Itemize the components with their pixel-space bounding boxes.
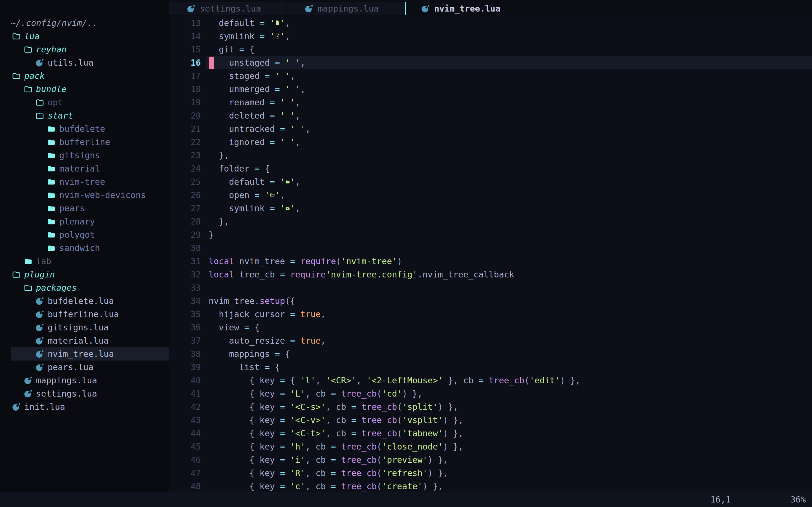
lua-icon [35,309,45,319]
tree-item-bufdelete.lua[interactable]: bufdelete.lua [0,294,169,307]
token: = [331,442,336,452]
tab-mappings.lua[interactable]: mappings.lua [287,2,404,15]
code-line-42[interactable]: 42 { key = '<C-s>', cb = tree_cb('split'… [169,400,812,413]
editor-pane[interactable]: settings.luamappings.luanvim_tree.lua 13… [169,0,812,492]
code-line-22[interactable]: 22 ignored = ' ', [169,135,812,149]
tree-item-bufferline.lua[interactable]: bufferline.lua [0,307,169,321]
tab-nvim_tree.lua[interactable]: nvim_tree.lua [405,2,500,15]
code-text: }, [209,215,229,228]
tree-item-pears[interactable]: pears [0,202,169,215]
code-line-31[interactable]: 31local nvim_tree = require('nvim-tree') [169,255,812,268]
tree-item-mappings.lua[interactable]: mappings.lua [0,374,169,387]
tree-item-plugin[interactable]: plugin [0,268,169,281]
token: setup [260,296,285,306]
code-line-30[interactable]: 30 [169,241,812,255]
code-line-44[interactable]: 44 { key = '<C-t>', cb = tree_cb('tabnew… [169,427,812,440]
folder-filled-icon [47,137,56,147]
code-line-28[interactable]: 28 }, [169,215,812,228]
tree-item-bufdelete[interactable]: bufdelete [0,122,169,135]
code-line-18[interactable]: 18 unmerged = ' ', [169,82,812,96]
token: , [305,124,310,134]
token: require [300,256,336,266]
tree-item-start[interactable]: start [0,109,169,122]
code-line-17[interactable]: 17 staged = ' ', [169,69,812,82]
tree-item-material[interactable]: material [0,162,169,175]
code-line-39[interactable]: 39 list = { [169,360,812,374]
tree-item-packages[interactable]: packages [0,281,169,294]
tree-item-label: settings.lua [36,389,97,399]
folder-icon [23,283,33,293]
tree-item-gitsigns[interactable]: gitsigns [0,149,169,162]
code-line-15[interactable]: 15 git = { [169,43,812,56]
code-line-33[interactable]: 33 [169,281,812,294]
tree-item-polygot[interactable]: polygot [0,228,169,241]
code-line-23[interactable]: 23 }, [169,149,812,162]
code-line-34[interactable]: 34nvim_tree.setup({ [169,294,812,307]
token: ' [280,203,285,213]
code-line-36[interactable]: 36 view = { [169,321,812,334]
token [295,336,300,346]
tree-item-bufferline[interactable]: bufferline [0,135,169,149]
tree-item-init.lua[interactable]: init.lua [0,400,169,413]
code-line-27[interactable]: 27 symlink = '', [169,202,812,215]
token: = [280,429,285,438]
code-line-29[interactable]: 29} [169,228,812,241]
code-line-19[interactable]: 19 renamed = ' ', [169,96,812,109]
tree-item-nvim-web-devicons[interactable]: nvim-web-devicons [0,188,169,202]
tree-item-utils.lua[interactable]: utils.lua [0,56,169,69]
code-line-20[interactable]: 20 deleted = ' ', [169,109,812,122]
tree-item-lua[interactable]: lua [0,30,169,43]
code-line-40[interactable]: 40 { key = { 'l', '<CR>', '<2-LeftMouse>… [169,374,812,387]
tree-item-material.lua[interactable]: material.lua [0,334,169,347]
code-line-45[interactable]: 45 { key = 'h', cb = tree_cb('close_node… [169,440,812,453]
code-line-47[interactable]: 47 { key = 'R', cb = tree_cb('refresh') … [169,466,812,480]
code-line-26[interactable]: 26 open = '', [169,188,812,202]
token [285,455,290,465]
code-line-32[interactable]: 32local tree_cb = require'nvim-tree.conf… [169,268,812,281]
token: , cb [326,429,351,438]
code-line-48[interactable]: 48 { key = 'c', cb = tree_cb('create') }… [169,480,812,493]
tree-item-pack[interactable]: pack [0,69,169,82]
code-line-24[interactable]: 24 folder = { [169,162,812,175]
token: = [280,415,285,425]
tree-item-lab[interactable]: lab [0,255,169,268]
code-line-25[interactable]: 25 default = '', [169,175,812,188]
token: 'R' [290,468,305,478]
tree-item-sandwich[interactable]: sandwich [0,241,169,255]
token [280,84,285,94]
tree-item-nvim_tree.lua[interactable]: nvim_tree.lua [0,347,169,360]
token: staged [209,71,265,81]
code-line-21[interactable]: 21 untracked = ' ', [169,122,812,135]
line-number: 17 [169,69,209,82]
token [295,309,300,319]
token: unmerged [209,84,275,94]
code-line-43[interactable]: 43 { key = '<C-v>', cb = tree_cb('vsplit… [169,413,812,427]
code-area[interactable]: 13 default = '',14 symlink = '',15 git =… [169,16,812,493]
tree-item-opt[interactable]: opt [0,96,169,109]
tree-item-~/.config/nvim/..[interactable]: ~/.config/nvim/.. [0,16,169,30]
tree-item-bundle[interactable]: bundle [0,82,169,96]
code-line-37[interactable]: 37 auto_resize = true, [169,334,812,347]
code-line-46[interactable]: 46 { key = 'i', cb = tree_cb('preview') … [169,453,812,466]
tree-item-pears.lua[interactable]: pears.lua [0,360,169,374]
tree-item-settings.lua[interactable]: settings.lua [0,387,169,400]
token: ( [377,468,382,478]
tab-settings.lua[interactable]: settings.lua [169,2,286,15]
token: local [209,256,234,266]
code-line-13[interactable]: 13 default = '', [169,16,812,30]
code-line-35[interactable]: 35 hijack_cursor = true, [169,307,812,321]
code-line-38[interactable]: 38 mappings = { [169,347,812,360]
code-line-41[interactable]: 41 { key = 'L', cb = tree_cb('cd') }, [169,387,812,400]
code-line-16[interactable]: 16 unstaged = ' ', [169,56,812,69]
tree-item-gitsigns.lua[interactable]: gitsigns.lua [0,321,169,334]
line-number: 14 [169,30,209,43]
lua-icon [187,4,196,13]
code-line-14[interactable]: 14 symlink = '', [169,30,812,43]
tree-item-reyhan[interactable]: reyhan [0,43,169,56]
token: renamed [209,98,270,107]
tree-item-label: opt [48,98,63,107]
tree-item-nvim-tree[interactable]: nvim-tree [0,175,169,188]
code-text: view = { [209,321,260,334]
lua-icon [35,362,45,372]
tree-item-plenary[interactable]: plenary [0,215,169,228]
